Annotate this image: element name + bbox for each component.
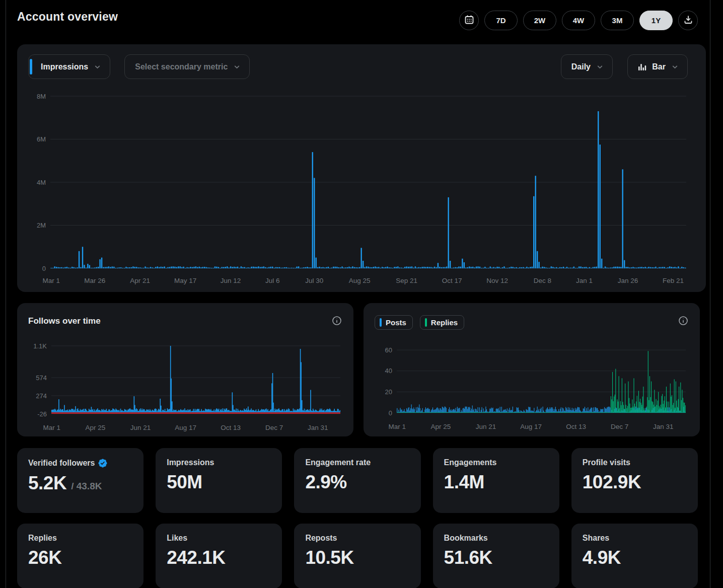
svg-text:Jan 31: Jan 31 bbox=[308, 424, 328, 431]
stat-label: Impressions bbox=[167, 458, 271, 467]
legend-posts-chip[interactable]: Posts bbox=[375, 315, 413, 330]
stat-card-replies: Replies 26K bbox=[17, 524, 143, 588]
svg-text:60: 60 bbox=[385, 346, 392, 354]
svg-text:Oct 13: Oct 13 bbox=[566, 423, 586, 430]
svg-text:Oct 17: Oct 17 bbox=[442, 277, 462, 284]
stat-card-impressions: Impressions 50M bbox=[156, 448, 282, 513]
svg-text:Nov 12: Nov 12 bbox=[486, 277, 508, 284]
page-title: Account overview bbox=[17, 10, 118, 24]
range-3m-button[interactable]: 3M bbox=[601, 11, 634, 30]
activity-legend: Posts Replies bbox=[375, 315, 464, 330]
chevron-down-icon bbox=[233, 62, 241, 71]
download-button[interactable] bbox=[678, 11, 698, 30]
stat-value: 51.6K bbox=[444, 547, 492, 568]
download-icon bbox=[683, 15, 693, 26]
stat-label: Bookmarks bbox=[444, 534, 548, 543]
stat-card-bookmarks: Bookmarks 51.6K bbox=[433, 524, 559, 588]
metric-selector-row: Impressions Select secondary metric bbox=[28, 54, 250, 79]
stat-label: Engagements bbox=[444, 458, 548, 467]
svg-text:Jan 26: Jan 26 bbox=[618, 277, 638, 284]
bar-chart-icon bbox=[638, 63, 647, 71]
secondary-metric-dropdown[interactable]: Select secondary metric bbox=[124, 54, 250, 79]
impressions-bar-chart[interactable]: 8M6M4M2M0Mar 1Mar 26Apr 21May 17Jun 12Ju… bbox=[28, 86, 695, 287]
svg-text:Dec 7: Dec 7 bbox=[265, 424, 283, 431]
stat-value: 2.9% bbox=[305, 472, 346, 493]
svg-text:0: 0 bbox=[42, 265, 46, 272]
svg-text:Dec 8: Dec 8 bbox=[534, 277, 551, 284]
svg-text:Mar 1: Mar 1 bbox=[43, 424, 61, 431]
svg-text:Jan 31: Jan 31 bbox=[653, 423, 674, 430]
svg-text:574: 574 bbox=[36, 374, 47, 382]
legend-replies-chip[interactable]: Replies bbox=[420, 315, 464, 330]
range-7d-button[interactable]: 7D bbox=[484, 11, 518, 30]
stat-value: 50M bbox=[167, 472, 202, 493]
primary-metric-accent-bar bbox=[30, 59, 32, 75]
follows-area-chart[interactable]: 1.1K574274-26Mar 1Apr 25Jun 21Aug 17Oct … bbox=[28, 338, 342, 435]
chevron-down-icon bbox=[93, 62, 102, 71]
info-button[interactable] bbox=[331, 315, 342, 326]
posts-color-swatch bbox=[380, 318, 382, 327]
primary-metric-label: Impressions bbox=[41, 62, 88, 71]
legend-replies-label: Replies bbox=[431, 318, 458, 327]
svg-text:Dec 7: Dec 7 bbox=[611, 423, 628, 430]
chart-type-label: Bar bbox=[652, 62, 666, 71]
svg-text:274: 274 bbox=[36, 392, 47, 400]
range-2w-button[interactable]: 2W bbox=[523, 11, 556, 30]
follows-panel: Follows over time 1.1K574274-26Mar 1Apr … bbox=[17, 303, 353, 436]
range-1y-button[interactable]: 1Y bbox=[639, 11, 673, 30]
svg-text:1.1K: 1.1K bbox=[33, 342, 47, 350]
svg-text:Aug 17: Aug 17 bbox=[520, 423, 542, 430]
svg-text:Jun 12: Jun 12 bbox=[221, 277, 241, 284]
svg-text:0: 0 bbox=[389, 409, 392, 417]
stat-card-engagement-rate: Engagement rate 2.9% bbox=[294, 448, 420, 513]
svg-text:Feb 21: Feb 21 bbox=[663, 277, 684, 284]
svg-text:Apr 25: Apr 25 bbox=[85, 424, 105, 431]
svg-text:Apr 21: Apr 21 bbox=[130, 277, 150, 284]
impressions-panel: Impressions Select secondary metric Dail… bbox=[17, 44, 706, 292]
svg-text:20: 20 bbox=[385, 388, 392, 396]
stat-card-verified-followers: Verified followers 5.2K / 43.8K bbox=[17, 448, 143, 513]
svg-text:Mar 1: Mar 1 bbox=[389, 423, 406, 430]
svg-text:Sep 21: Sep 21 bbox=[396, 277, 417, 284]
svg-text:6M: 6M bbox=[37, 135, 46, 143]
info-icon bbox=[332, 316, 342, 326]
svg-text:Jul 30: Jul 30 bbox=[305, 277, 323, 284]
primary-metric-dropdown[interactable]: Impressions bbox=[28, 54, 110, 79]
svg-text:Aug 25: Aug 25 bbox=[349, 277, 371, 284]
stat-label: Engagement rate bbox=[305, 458, 409, 467]
svg-text:Oct 13: Oct 13 bbox=[221, 424, 241, 431]
svg-text:Mar 26: Mar 26 bbox=[84, 277, 105, 284]
calendar-button[interactable] bbox=[459, 11, 479, 30]
stat-label: Profile visits bbox=[583, 458, 687, 467]
svg-text:May 17: May 17 bbox=[174, 277, 196, 284]
stat-card-likes: Likes 242.1K bbox=[156, 524, 282, 588]
stat-value: 242.1K bbox=[167, 547, 225, 568]
content-right-border bbox=[710, 0, 710, 588]
secondary-metric-placeholder: Select secondary metric bbox=[135, 62, 228, 71]
stat-label: Replies bbox=[28, 534, 132, 543]
svg-text:2M: 2M bbox=[37, 222, 46, 229]
chart-type-dropdown[interactable]: Bar bbox=[627, 54, 688, 79]
posts-replies-bar-chart[interactable]: 6040200Mar 1Apr 25Jun 21Aug 17Oct 13Dec … bbox=[375, 340, 689, 434]
stat-value: 1.4M bbox=[444, 472, 484, 493]
stat-label: Shares bbox=[583, 534, 687, 543]
legend-posts-label: Posts bbox=[386, 318, 406, 327]
stat-label: Likes bbox=[167, 534, 271, 543]
stat-value: 5.2K bbox=[28, 473, 66, 494]
follows-panel-title: Follows over time bbox=[28, 316, 101, 326]
stat-card-engagements: Engagements 1.4M bbox=[433, 448, 559, 513]
range-4w-button[interactable]: 4W bbox=[562, 11, 595, 30]
stat-card-profile-visits: Profile visits 102.9K bbox=[571, 448, 698, 513]
stat-cards-grid: Verified followers 5.2K / 43.8K Impressi… bbox=[17, 448, 698, 588]
info-button[interactable] bbox=[678, 315, 689, 326]
svg-text:Apr 25: Apr 25 bbox=[430, 423, 451, 430]
verified-badge-icon bbox=[98, 458, 108, 468]
stat-card-shares: Shares 4.9K bbox=[571, 524, 698, 588]
replies-color-swatch bbox=[425, 318, 427, 327]
svg-text:4M: 4M bbox=[37, 179, 46, 186]
granularity-label: Daily bbox=[571, 62, 591, 71]
stat-value: 26K bbox=[28, 547, 61, 568]
calendar-icon bbox=[464, 15, 474, 26]
svg-text:Jun 21: Jun 21 bbox=[130, 424, 151, 431]
granularity-dropdown[interactable]: Daily bbox=[561, 54, 613, 79]
